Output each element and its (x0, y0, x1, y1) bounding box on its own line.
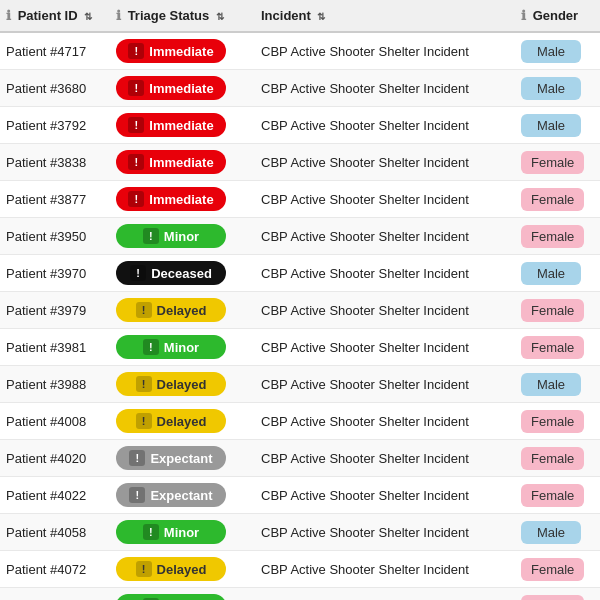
triage-badge: Expectant (116, 446, 226, 470)
header-patient-id[interactable]: ℹ Patient ID ⇅ (0, 0, 110, 32)
incident-value: CBP Active Shooter Shelter Incident (261, 192, 469, 207)
incident-value: CBP Active Shooter Shelter Incident (261, 229, 469, 244)
patient-id-cell: Patient #4058 (0, 514, 110, 551)
table-row[interactable]: Patient #4717ImmediateCBP Active Shooter… (0, 32, 600, 70)
table-row[interactable]: Patient #4081MinorCBP Active Shooter She… (0, 588, 600, 601)
table-row[interactable]: Patient #4058MinorCBP Active Shooter She… (0, 514, 600, 551)
incident-cell: CBP Active Shooter Shelter Incident (255, 107, 515, 144)
table-row[interactable]: Patient #3970DeceasedCBP Active Shooter … (0, 255, 600, 292)
table-row[interactable]: Patient #3979DelayedCBP Active Shooter S… (0, 292, 600, 329)
triage-badge-label: Delayed (157, 377, 207, 392)
patient-id-value: Patient #3838 (6, 155, 86, 170)
table-row[interactable]: Patient #3950MinorCBP Active Shooter She… (0, 218, 600, 255)
triage-cell: Delayed (110, 292, 255, 329)
gender-cell: Male (515, 107, 600, 144)
sort-icon-triage[interactable]: ⇅ (216, 11, 224, 22)
table-row[interactable]: Patient #4020ExpectantCBP Active Shooter… (0, 440, 600, 477)
triage-badge: Minor (116, 594, 226, 600)
triage-cell: Immediate (110, 107, 255, 144)
triage-badge-icon (136, 561, 152, 577)
triage-badge: Expectant (116, 483, 226, 507)
triage-cell: Delayed (110, 551, 255, 588)
triage-badge-label: Immediate (149, 155, 213, 170)
patient-id-cell: Patient #3792 (0, 107, 110, 144)
gender-cell: Female (515, 181, 600, 218)
table-header-row: ℹ Patient ID ⇅ ℹ Triage Status ⇅ Inciden… (0, 0, 600, 32)
header-triage-status[interactable]: ℹ Triage Status ⇅ (110, 0, 255, 32)
triage-badge-icon (136, 376, 152, 392)
incident-cell: CBP Active Shooter Shelter Incident (255, 144, 515, 181)
table-row[interactable]: Patient #3792ImmediateCBP Active Shooter… (0, 107, 600, 144)
gender-badge: Male (521, 521, 581, 544)
gender-cell: Male (515, 70, 600, 107)
gender-badge: Male (521, 77, 581, 100)
patient-id-value: Patient #3950 (6, 229, 86, 244)
patient-id-value: Patient #3981 (6, 340, 86, 355)
gender-badge: Female (521, 558, 584, 581)
triage-badge-icon (129, 450, 145, 466)
patient-id-value: Patient #3792 (6, 118, 86, 133)
triage-cell: Minor (110, 218, 255, 255)
table-row[interactable]: Patient #3981MinorCBP Active Shooter She… (0, 329, 600, 366)
incident-value: CBP Active Shooter Shelter Incident (261, 414, 469, 429)
sort-icon-patient[interactable]: ⇅ (84, 11, 92, 22)
triage-badge: Minor (116, 224, 226, 248)
triage-badge-icon (136, 413, 152, 429)
patient-id-cell: Patient #4008 (0, 403, 110, 440)
triage-badge: Immediate (116, 187, 226, 211)
triage-cell: Minor (110, 588, 255, 601)
triage-badge-icon (143, 228, 159, 244)
incident-cell: CBP Active Shooter Shelter Incident (255, 514, 515, 551)
incident-cell: CBP Active Shooter Shelter Incident (255, 329, 515, 366)
patient-id-value: Patient #3979 (6, 303, 86, 318)
incident-cell: CBP Active Shooter Shelter Incident (255, 32, 515, 70)
triage-badge-icon (136, 302, 152, 318)
gender-cell: Female (515, 403, 600, 440)
gender-cell: Male (515, 32, 600, 70)
header-incident[interactable]: Incident ⇅ (255, 0, 515, 32)
triage-badge: Minor (116, 335, 226, 359)
incident-value: CBP Active Shooter Shelter Incident (261, 488, 469, 503)
patient-id-cell: Patient #3970 (0, 255, 110, 292)
patient-id-value: Patient #4022 (6, 488, 86, 503)
gender-cell: Female (515, 144, 600, 181)
incident-cell: CBP Active Shooter Shelter Incident (255, 551, 515, 588)
gender-cell: Male (515, 255, 600, 292)
triage-badge: Immediate (116, 150, 226, 174)
table-row[interactable]: Patient #3838ImmediateCBP Active Shooter… (0, 144, 600, 181)
triage-badge-label: Expectant (150, 488, 212, 503)
incident-value: CBP Active Shooter Shelter Incident (261, 118, 469, 133)
triage-badge-icon (128, 80, 144, 96)
incident-value: CBP Active Shooter Shelter Incident (261, 155, 469, 170)
triage-cell: Delayed (110, 366, 255, 403)
triage-badge-icon (130, 265, 146, 281)
triage-cell: Minor (110, 514, 255, 551)
gender-badge: Male (521, 262, 581, 285)
triage-cell: Immediate (110, 181, 255, 218)
patient-id-cell: Patient #4717 (0, 32, 110, 70)
triage-badge-label: Delayed (157, 414, 207, 429)
table-row[interactable]: Patient #3680ImmediateCBP Active Shooter… (0, 70, 600, 107)
incident-cell: CBP Active Shooter Shelter Incident (255, 440, 515, 477)
gender-cell: Female (515, 477, 600, 514)
incident-value: CBP Active Shooter Shelter Incident (261, 525, 469, 540)
header-gender[interactable]: ℹ Gender (515, 0, 600, 32)
triage-badge-label: Minor (164, 229, 199, 244)
table-row[interactable]: Patient #4072DelayedCBP Active Shooter S… (0, 551, 600, 588)
incident-cell: CBP Active Shooter Shelter Incident (255, 181, 515, 218)
incident-cell: CBP Active Shooter Shelter Incident (255, 70, 515, 107)
gender-badge: Female (521, 595, 584, 601)
table-row[interactable]: Patient #4022ExpectantCBP Active Shooter… (0, 477, 600, 514)
triage-badge: Delayed (116, 298, 226, 322)
patient-id-value: Patient #4020 (6, 451, 86, 466)
triage-badge: Immediate (116, 113, 226, 137)
info-icon: ℹ (521, 8, 526, 23)
table-row[interactable]: Patient #4008DelayedCBP Active Shooter S… (0, 403, 600, 440)
table-row[interactable]: Patient #3877ImmediateCBP Active Shooter… (0, 181, 600, 218)
triage-badge-label: Immediate (149, 118, 213, 133)
table-row[interactable]: Patient #3988DelayedCBP Active Shooter S… (0, 366, 600, 403)
gender-badge: Male (521, 114, 581, 137)
patient-id-value: Patient #4058 (6, 525, 86, 540)
sort-icon-incident[interactable]: ⇅ (317, 11, 325, 22)
gender-badge: Female (521, 410, 584, 433)
